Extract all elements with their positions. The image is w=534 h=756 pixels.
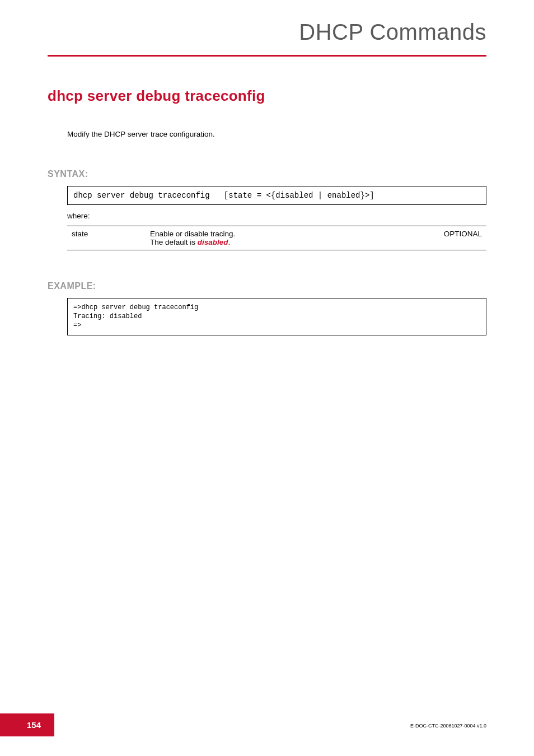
- table-row: state Enable or disable tracing.The defa…: [67, 226, 486, 250]
- param-required: OPTIONAL: [425, 226, 486, 250]
- section-title: dhcp server debug traceconfig: [48, 87, 486, 105]
- param-description: Enable or disable tracing.The default is…: [146, 226, 425, 250]
- content-area: dhcp server debug traceconfig Modify the…: [0, 87, 534, 335]
- param-desc-suffix: .: [228, 238, 231, 246]
- page-header-title: DHCP Commands: [0, 0, 534, 55]
- where-label: where:: [67, 212, 486, 220]
- parameter-table: state Enable or disable tracing.The defa…: [67, 226, 486, 250]
- example-label: EXAMPLE:: [48, 281, 486, 291]
- header-rule: [48, 55, 486, 57]
- section-description: Modify the DHCP server trace configurati…: [67, 130, 486, 138]
- page-number-badge: 154: [0, 713, 54, 736]
- example-code-block: =>dhcp server debug traceconfig Tracing:…: [67, 298, 486, 335]
- syntax-code-block: dhcp server debug traceconfig [state = <…: [67, 186, 486, 205]
- syntax-label: SYNTAX:: [48, 169, 486, 179]
- param-desc-emph: disabled: [198, 238, 228, 246]
- document-id: E-DOC-CTC-20061027-0004 v1.0: [410, 723, 486, 729]
- param-name: state: [67, 226, 146, 250]
